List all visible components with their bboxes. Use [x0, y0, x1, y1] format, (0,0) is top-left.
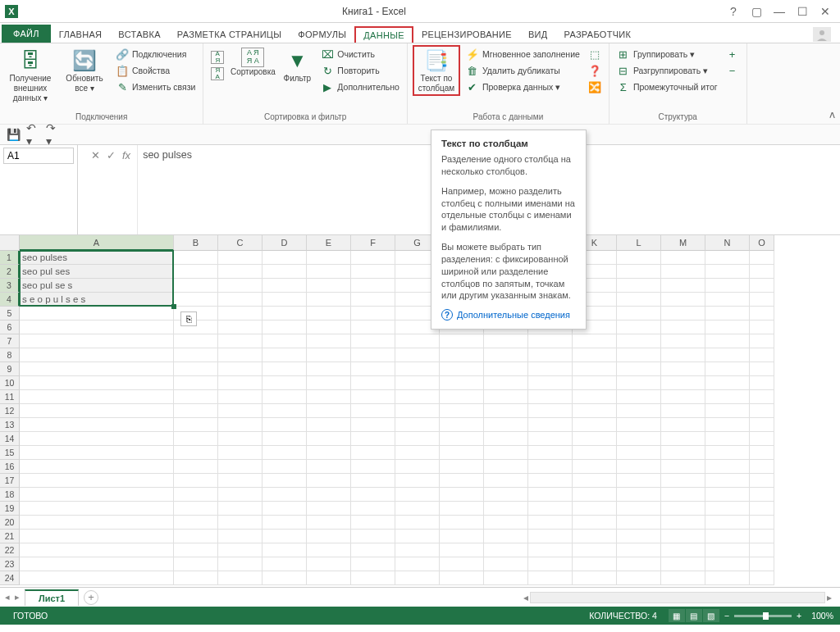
cell[interactable]	[617, 279, 661, 293]
cell[interactable]	[750, 307, 774, 321]
relationships-button[interactable]: 🔀	[586, 80, 604, 94]
row-header[interactable]: 15	[0, 446, 20, 460]
column-header[interactable]: B	[174, 235, 218, 251]
cell[interactable]	[705, 543, 750, 557]
account-icon[interactable]	[809, 26, 835, 43]
cell[interactable]	[750, 543, 774, 557]
save-icon[interactable]: 💾	[7, 128, 21, 141]
row-header[interactable]: 20	[0, 516, 20, 530]
cell[interactable]	[528, 543, 573, 557]
cell[interactable]	[218, 543, 262, 557]
cell[interactable]	[661, 516, 705, 530]
cell[interactable]	[705, 474, 750, 488]
cell[interactable]	[617, 334, 661, 348]
cell[interactable]	[395, 334, 440, 348]
cell[interactable]	[617, 362, 661, 376]
cell[interactable]	[661, 265, 705, 279]
row-header[interactable]: 22	[0, 543, 20, 557]
cell[interactable]	[262, 432, 307, 446]
sheet-nav-prev[interactable]: ◂	[5, 592, 10, 602]
cell[interactable]	[705, 446, 750, 460]
cell[interactable]	[528, 432, 573, 446]
close-icon[interactable]: ✕	[817, 5, 833, 18]
cell[interactable]	[484, 530, 528, 543]
cell[interactable]	[661, 530, 705, 543]
cell[interactable]	[440, 502, 484, 516]
cell[interactable]	[395, 460, 440, 474]
cell[interactable]	[705, 348, 750, 362]
cell[interactable]	[573, 348, 617, 362]
cell[interactable]	[661, 390, 705, 404]
cell[interactable]	[750, 404, 774, 418]
cell[interactable]	[20, 488, 174, 502]
cell[interactable]	[573, 488, 617, 502]
properties-button[interactable]: 📋Свойства	[113, 63, 198, 78]
row-header[interactable]: 9	[0, 362, 20, 376]
cell[interactable]	[705, 418, 750, 432]
cell[interactable]	[174, 362, 218, 376]
cell[interactable]	[661, 460, 705, 474]
cell[interactable]	[351, 446, 395, 460]
cell[interactable]	[440, 543, 484, 557]
cell[interactable]	[262, 502, 307, 516]
cell[interactable]	[750, 557, 774, 571]
cell[interactable]	[262, 265, 307, 279]
cell[interactable]	[617, 530, 661, 543]
cell[interactable]	[528, 516, 573, 530]
cell[interactable]	[218, 530, 262, 543]
cell[interactable]	[705, 334, 750, 348]
cell[interactable]	[174, 348, 218, 362]
cell[interactable]	[218, 432, 262, 446]
cell[interactable]	[661, 557, 705, 571]
cell[interactable]	[617, 446, 661, 460]
cell[interactable]	[218, 404, 262, 418]
cell[interactable]	[528, 390, 573, 404]
cell[interactable]	[528, 474, 573, 488]
cell[interactable]	[218, 348, 262, 362]
sort-az-button[interactable]: AЯ	[208, 50, 226, 65]
cell[interactable]	[484, 571, 528, 585]
cell[interactable]	[174, 557, 218, 571]
cell[interactable]	[20, 334, 174, 348]
cell[interactable]	[484, 474, 528, 488]
cell[interactable]	[661, 502, 705, 516]
whatif-button[interactable]: ❓	[586, 63, 604, 78]
hscroll-left[interactable]: ◂	[523, 592, 528, 603]
cell[interactable]	[395, 432, 440, 446]
cell[interactable]	[307, 390, 351, 404]
cell[interactable]	[351, 362, 395, 376]
cell[interactable]	[705, 516, 750, 530]
cell[interactable]	[705, 502, 750, 516]
cell[interactable]	[307, 530, 351, 543]
cell[interactable]	[20, 516, 174, 530]
row-header[interactable]: 11	[0, 390, 20, 404]
cell[interactable]	[573, 404, 617, 418]
cell[interactable]	[307, 348, 351, 362]
cell[interactable]	[395, 474, 440, 488]
cell[interactable]	[174, 293, 218, 307]
cell[interactable]	[395, 571, 440, 585]
cell[interactable]	[307, 516, 351, 530]
cell[interactable]	[20, 418, 174, 432]
cell[interactable]	[218, 251, 262, 265]
sort-button[interactable]: A ЯЯ A Сортировка	[230, 45, 276, 80]
advanced-filter-button[interactable]: ▶Дополнительно	[318, 80, 402, 94]
cell[interactable]	[20, 348, 174, 362]
cell[interactable]	[484, 334, 528, 348]
cell[interactable]	[395, 446, 440, 460]
cell[interactable]	[661, 488, 705, 502]
column-header[interactable]: E	[307, 235, 351, 251]
cancel-formula-icon[interactable]: ✕	[91, 149, 100, 161]
cell[interactable]	[307, 418, 351, 432]
cell[interactable]	[528, 502, 573, 516]
cell[interactable]	[395, 557, 440, 571]
cell[interactable]	[573, 418, 617, 432]
cell[interactable]	[218, 279, 262, 293]
cell[interactable]	[705, 390, 750, 404]
cell[interactable]	[174, 279, 218, 293]
cell[interactable]	[351, 279, 395, 293]
cell[interactable]	[218, 362, 262, 376]
cell[interactable]	[218, 474, 262, 488]
cell[interactable]	[395, 390, 440, 404]
cell[interactable]	[440, 557, 484, 571]
